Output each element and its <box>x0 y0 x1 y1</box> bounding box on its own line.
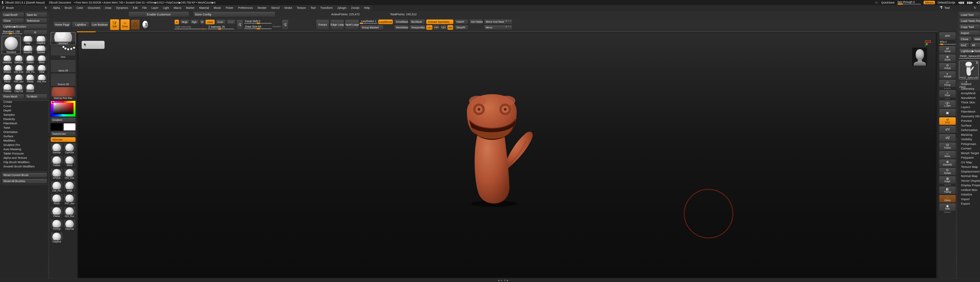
brush-section-item[interactable]: Depth <box>3 108 48 112</box>
symmetry-z-button[interactable]: >Z< <box>440 25 447 30</box>
tool-section-item[interactable]: Morph Target <box>961 151 980 155</box>
load-tool-button[interactable]: Load Tool <box>959 12 980 17</box>
load-brush-button[interactable]: Load Brush <box>2 12 24 17</box>
right-shelf-button[interactable]: ▱ Persp <box>939 79 956 87</box>
zsub-button[interactable]: Zsub <box>216 20 226 24</box>
right-shelf-button[interactable]: ◌ Ghost <box>939 195 956 203</box>
menu-item[interactable]: Transform <box>318 5 334 10</box>
home-page-button[interactable]: Home Page <box>53 22 71 28</box>
brush-thumb[interactable]: TrimDyr <box>2 84 13 93</box>
lightbox-button[interactable]: LightBox <box>72 22 89 28</box>
mirror-button[interactable]: Mirror X Y Z <box>484 25 512 30</box>
tool-selector-slider[interactable]: PM3D_Sphere3D_6. 48 <box>959 55 980 59</box>
palette-restore-icon[interactable]: ↻ <box>45 6 47 10</box>
menu-item[interactable]: Macro <box>172 5 183 10</box>
brush-thumb[interactable]: ClayTub <box>13 84 24 93</box>
tool-section-item[interactable]: Surface <box>961 123 980 128</box>
m-button[interactable]: M <box>199 20 205 24</box>
menu-item[interactable]: File <box>140 5 149 10</box>
nav-left-icon[interactable]: ◀ <box>498 279 500 281</box>
zadd-button[interactable]: Zadd <box>205 20 215 24</box>
draw-mode-button[interactable]: Draw <box>120 19 130 30</box>
main-color-swatch[interactable] <box>51 123 63 131</box>
tool-section-item[interactable]: Unified Skin <box>961 188 980 192</box>
color-picker[interactable] <box>51 101 76 117</box>
menu-item[interactable]: Edit <box>131 5 140 10</box>
brush-section-item[interactable]: Auto Masking <box>3 147 48 151</box>
menu-item[interactable]: Help <box>362 5 372 10</box>
brush-palette-header[interactable]: Brush ↻ <box>0 5 49 10</box>
live-boolean-button[interactable]: Live Boolean <box>91 22 109 28</box>
tool-section-item[interactable]: Masking <box>961 132 980 137</box>
activate-symmetry-button[interactable]: Activate Symmetry <box>426 19 453 24</box>
current-material-widget[interactable]: MatCap Red Wax <box>51 87 76 100</box>
nav-up-icon[interactable]: ▲ <box>501 279 503 281</box>
quick-brush-thumb[interactable]: Inflat <box>64 181 76 193</box>
save-brush-as-button[interactable]: Save As <box>25 12 48 17</box>
tool-section-item[interactable]: Texture Map <box>961 165 980 169</box>
left-tray-divider[interactable]: ◀ ▶ <box>48 31 49 279</box>
menu-item[interactable]: Tool <box>309 5 318 10</box>
lazy-radius-slider[interactable]: LazyRadius 1 <box>360 20 377 24</box>
hidept-button[interactable]: HidePt <box>455 19 468 24</box>
nav-right-icon[interactable]: ▶ <box>507 279 508 281</box>
quick-brush-thumb[interactable]: ClayTub <box>64 219 76 231</box>
brush-thumb[interactable]: Inflat <box>36 65 47 74</box>
clone-brush-button[interactable]: Clone <box>2 18 24 23</box>
tool-section-item[interactable]: Display Properties <box>961 183 980 188</box>
brush-section-item[interactable]: Elasticity <box>3 117 48 121</box>
recent-brush-thumb[interactable]: MaskPe <box>22 46 34 54</box>
quick-brush-thumb[interactable]: Orb_Roc <box>64 207 76 218</box>
quick-brush-thumb[interactable]: DamSta <box>64 143 76 154</box>
panel-loops-button[interactable]: Panel Loops <box>345 20 359 30</box>
brush-thumb[interactable]: FAF_stor <box>13 74 24 84</box>
brush-thumb[interactable]: Flatten <box>25 55 36 64</box>
to-mesh-button[interactable]: To Mesh <box>25 94 48 99</box>
tool-section-item[interactable]: Vector Displacement Map <box>961 178 980 183</box>
brush-section-item[interactable]: Modifiers <box>3 138 48 143</box>
menu-item[interactable]: Picker <box>224 5 235 10</box>
tool-section-item[interactable]: UV Map <box>961 160 980 165</box>
quick-brush-thumb[interactable]: TrimDyr <box>51 219 63 231</box>
menu-item[interactable]: Material <box>197 5 211 10</box>
default-zscript-button[interactable]: DefaultZScript <box>938 1 955 4</box>
focal-shift-slider[interactable]: Focal Shift 0 <box>244 20 272 24</box>
sculpt-model[interactable] <box>448 93 538 208</box>
right-shelf-button[interactable]: ◧ Transp <box>939 187 956 194</box>
quick-brush-thumb[interactable]: Pinch <box>51 194 63 205</box>
menu-item[interactable]: Render <box>256 5 269 10</box>
quick-brush-thumb[interactable]: FAF_stor <box>64 194 76 205</box>
menu-item[interactable]: Zplugin <box>336 5 348 10</box>
current-alpha-widget[interactable]: Alpha Off <box>51 60 76 73</box>
brush-thumb[interactable]: Planar <box>25 74 36 84</box>
menu-item[interactable]: Marker <box>184 5 197 10</box>
menu-item[interactable]: Preferences <box>236 5 255 10</box>
right-shelf-button[interactable]: ▣ <box>939 109 956 117</box>
switch-color-button[interactable]: SwitchColor <box>51 131 76 136</box>
tool-section-item[interactable]: ArrayMesh <box>961 91 980 95</box>
right-shelf-button[interactable]: ◁▷ L.Sym <box>939 100 956 108</box>
recent-brush-thumb[interactable]: Clay <box>22 36 34 45</box>
from-mesh-button[interactable]: From Mesh <box>2 94 24 99</box>
right-shelf-button[interactable]: ↺ XYZ <box>939 117 956 125</box>
right-tray-divider[interactable]: ▶ ◀ <box>956 31 957 279</box>
palette-restore-icon[interactable]: ↻ <box>974 6 977 10</box>
recent-brush-thumb[interactable]: ClayBuil <box>35 36 47 45</box>
right-shelf-button[interactable]: ⊕ Zoom3D <box>939 159 956 167</box>
tool-section-item[interactable]: Thick Skin <box>961 100 980 105</box>
edge-loop-button[interactable]: Edge Loop <box>330 20 344 30</box>
brush-section-item[interactable]: Surface <box>3 134 48 138</box>
draw-size-slider[interactable]: Draw Size 64 <box>244 25 272 30</box>
brush-r-button[interactable]: R <box>23 30 48 35</box>
bottom-bar[interactable]: ◀ ▲ ▼ ▶ <box>0 279 980 282</box>
extract-button[interactable]: Extract <box>316 20 329 30</box>
brush-section-item[interactable]: Create <box>3 100 48 104</box>
tool-section-item[interactable]: Visibility <box>961 137 980 142</box>
stroke-picker-button[interactable]: S <box>237 20 243 30</box>
brush-selector-slider[interactable]: Standard. 150 <box>2 30 22 35</box>
right-shelf-button[interactable]: ⊙ Actual <box>939 63 956 70</box>
right-shelf-button[interactable]: ◉ Solo <box>939 203 956 211</box>
quick-brush-thumb[interactable]: Flatten <box>51 156 63 167</box>
tool-section-item[interactable]: Initialize <box>961 192 980 197</box>
reset-current-brush-button[interactable]: Reset Current Brush <box>2 173 47 177</box>
